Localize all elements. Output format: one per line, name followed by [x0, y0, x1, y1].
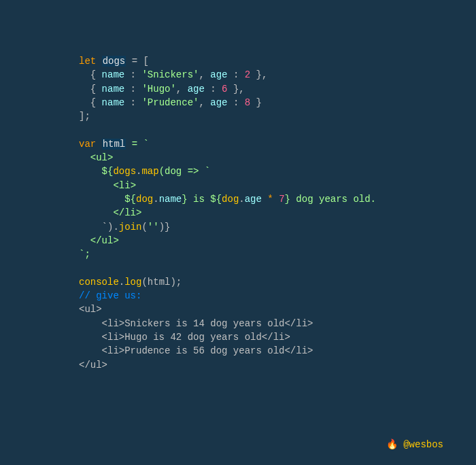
line-2: { name : 'Snickers', age : 2 }, — [79, 69, 267, 80]
line-13: </ul> — [79, 235, 119, 246]
line-10: ${dog.name} is ${dog.age * 7} dog years … — [79, 194, 376, 205]
line-9: <li> — [79, 180, 136, 191]
fire-icon: 🔥 — [386, 439, 398, 450]
output-2: <li>Snickers is 14 dog years old</li> — [79, 318, 313, 329]
var-html: html — [102, 139, 126, 150]
line-16-comment: // give us: — [79, 290, 141, 301]
line-12: `).join('')} — [79, 222, 170, 232]
output-5: </ul> — [79, 360, 107, 371]
line-5: ]; — [79, 111, 90, 122]
line-7: <ul> — [79, 152, 113, 163]
line-6: var html = ` — [79, 139, 149, 150]
keyword-var: var — [79, 139, 96, 150]
output-4: <li>Prudence is 56 dog years old</li> — [79, 345, 313, 356]
line-15: console.log(html); — [79, 277, 182, 288]
line-8: ${dogs.map(dog => ` — [79, 166, 210, 177]
line-1: let dogs = [ — [79, 56, 149, 67]
signature: 🔥 @wesbos — [386, 438, 443, 451]
code-snippet: let dogs = [ { name : 'Snickers', age : … — [0, 0, 476, 372]
var-dogs: dogs — [102, 56, 126, 67]
line-3: { name : 'Hugo', age : 6 }, — [79, 84, 245, 94]
line-11: </li> — [79, 207, 141, 218]
output-1: <ul> — [79, 304, 102, 315]
line-14: `; — [79, 249, 90, 260]
line-4: { name : 'Prudence', age : 8 } — [79, 97, 262, 108]
keyword-let: let — [79, 56, 96, 67]
output-3: <li>Hugo is 42 dog years old</li> — [79, 332, 290, 343]
author-handle: @wesbos — [398, 439, 443, 450]
